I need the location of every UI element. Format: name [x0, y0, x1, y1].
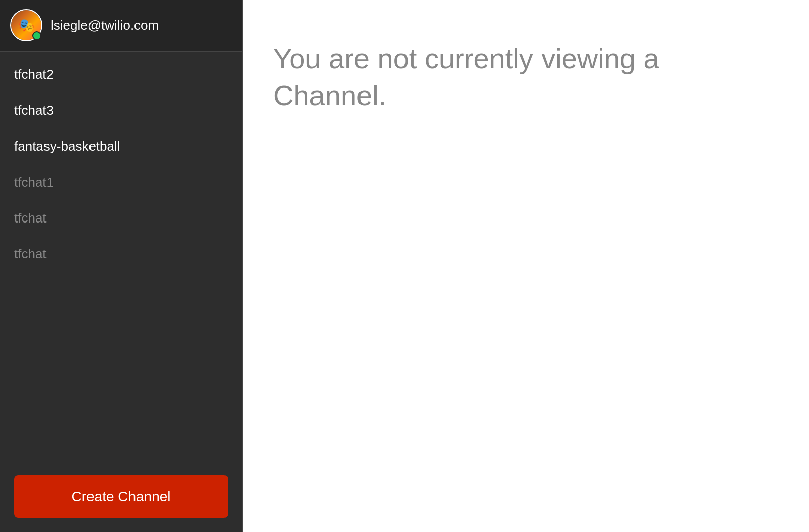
- empty-state-line2: Channel.: [273, 79, 386, 111]
- channel-list: tfchat2tfchat3fantasy-basketballtfchat1t…: [0, 52, 242, 463]
- username: lsiegle@twilio.com: [51, 18, 159, 33]
- create-channel-button[interactable]: Create Channel: [14, 475, 228, 518]
- sidebar-header: 🎭 lsiegle@twilio.com: [0, 0, 242, 52]
- main-content: You are not currently viewing a Channel.: [243, 0, 809, 532]
- empty-state-message: You are not currently viewing a Channel.: [273, 40, 659, 114]
- channel-item-fantasy-basketball[interactable]: fantasy-basketball: [0, 128, 242, 164]
- avatar-container: 🎭: [10, 9, 42, 41]
- channel-item-tfchat2[interactable]: tfchat2: [0, 57, 242, 93]
- empty-state-line1: You are not currently viewing a: [273, 42, 659, 74]
- sidebar: 🎭 lsiegle@twilio.com tfchat2tfchat3fanta…: [0, 0, 243, 532]
- sidebar-footer: Create Channel: [0, 463, 242, 532]
- channel-item-tfchat3[interactable]: tfchat3: [0, 93, 242, 128]
- online-indicator: [32, 31, 41, 40]
- channel-item-tfchat1[interactable]: tfchat1: [0, 164, 242, 200]
- channel-item-tfchat-b[interactable]: tfchat: [0, 236, 242, 272]
- channel-item-tfchat-a[interactable]: tfchat: [0, 200, 242, 236]
